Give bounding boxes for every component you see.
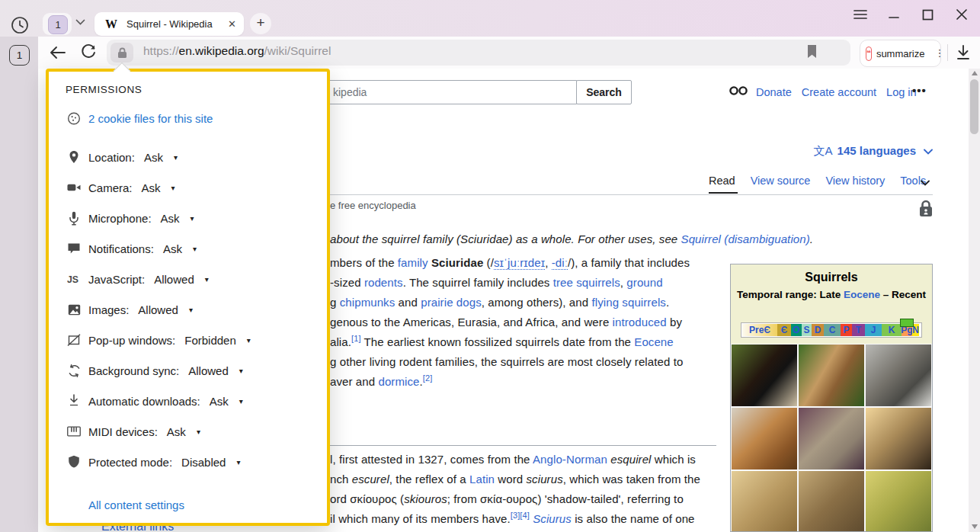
text-run: nch xyxy=(330,473,352,486)
text-run: sciurus xyxy=(527,473,563,486)
text-run: , xyxy=(545,256,552,269)
scroll-up-arrow[interactable] xyxy=(972,71,978,75)
permission-row: Camera:Ask▾ xyxy=(67,172,311,203)
page-protection-lock-icon[interactable] xyxy=(918,200,934,220)
languages-selector[interactable]: 文A145 languages xyxy=(709,144,933,159)
eocene-link[interactable]: Eocene xyxy=(844,289,880,300)
wiki-link[interactable]: Anglo-Norman xyxy=(533,453,607,466)
cookie-files-link[interactable]: 2 cookie files for this site xyxy=(88,112,213,125)
hamburger-menu-icon[interactable] xyxy=(853,9,867,20)
permission-row: Background sync:Allowed▾ xyxy=(67,355,311,386)
bookmark-flag-icon[interactable] xyxy=(806,44,818,59)
wiki-link[interactable]: [2] xyxy=(423,373,433,383)
svg-text:JS: JS xyxy=(67,274,78,284)
history-clock-icon[interactable] xyxy=(10,15,30,35)
wiki-link[interactable]: Eocene xyxy=(634,335,673,348)
permission-row: Protected mode:Disabled▾ xyxy=(67,447,311,477)
tab-group-badge[interactable]: 1 xyxy=(48,15,68,34)
view-tab-read[interactable]: Read xyxy=(709,175,735,187)
wiki-link[interactable]: Latin xyxy=(469,473,495,486)
wiki-link[interactable]: Squirrel (disambiguation) xyxy=(681,232,810,245)
wiki-search-button[interactable]: Search xyxy=(576,80,632,104)
view-tab-view-history[interactable]: View history xyxy=(825,175,885,187)
permission-label: Protected mode: xyxy=(88,456,172,469)
summarize-button[interactable]: ❝ summarize ⋮ xyxy=(860,40,941,67)
reload-icon[interactable] xyxy=(79,43,98,62)
top-link-create-account[interactable]: Create account xyxy=(802,86,876,98)
text-run: -sized xyxy=(330,276,364,289)
chevron-down-icon[interactable] xyxy=(921,180,930,186)
wiki-link[interactable]: tree squirrels xyxy=(553,276,620,289)
dropdown-caret-icon: ▾ xyxy=(236,458,240,466)
url-text[interactable]: https://en.wikipedia.org/wiki/Squirrel xyxy=(143,44,331,58)
temporal-range: Temporal range: Late Eocene – Recent xyxy=(731,289,932,300)
wiki-link[interactable]: rodents xyxy=(364,276,403,289)
download-icon[interactable] xyxy=(955,43,972,62)
scrollbar-track[interactable] xyxy=(969,69,980,532)
permission-value-dropdown[interactable]: Ask xyxy=(144,151,163,164)
dropdown-caret-icon: ▾ xyxy=(239,397,243,405)
permission-value-dropdown[interactable]: Allowed xyxy=(138,303,178,316)
back-arrow-icon[interactable] xyxy=(49,43,67,62)
all-content-settings-link[interactable]: All content settings xyxy=(88,498,184,511)
timeline-segment-Є: Є xyxy=(777,324,791,336)
wikipedia-favicon: W xyxy=(105,18,117,31)
maximize-icon[interactable] xyxy=(922,9,934,21)
permission-value-dropdown[interactable]: Disabled xyxy=(181,456,226,469)
new-tab-button[interactable]: + xyxy=(250,13,271,34)
etymology-line: l, first attested in 1327, comes from th… xyxy=(330,450,700,470)
text-run: The earliest known fossilized squirrels … xyxy=(361,335,635,348)
wiki-link[interactable]: dormice xyxy=(378,375,419,388)
auto-download-icon xyxy=(67,394,81,408)
divider xyxy=(947,44,948,61)
javascript-icon: JS xyxy=(67,272,81,286)
wiki-search-input[interactable]: kipedia xyxy=(320,80,577,104)
panel-title: PERMISSIONS xyxy=(66,84,142,95)
more-options-dots[interactable]: ••• xyxy=(912,84,927,97)
permission-value-dropdown[interactable]: Ask xyxy=(161,212,180,225)
summarize-label: summarize xyxy=(876,48,925,59)
minimize-icon[interactable] xyxy=(889,9,899,20)
view-tab-view-source[interactable]: View source xyxy=(751,175,811,187)
squirrel-infobox: Squirrels Temporal range: Late Eocene – … xyxy=(730,264,933,532)
wiki-link[interactable]: prairie dogs xyxy=(421,296,482,309)
wiki-link[interactable]: chipmunks xyxy=(340,296,396,309)
permission-value-dropdown[interactable]: Ask xyxy=(167,425,186,438)
appearance-glasses-icon[interactable] xyxy=(729,85,748,96)
wiki-link[interactable]: Sciurus xyxy=(533,512,572,525)
text-run: genous to the Americas, Eurasia, and Afr… xyxy=(330,316,613,328)
wiki-link[interactable]: [1] xyxy=(351,334,361,343)
kebab-menu-icon[interactable]: ⋮ xyxy=(934,50,944,56)
permission-value-dropdown[interactable]: Ask xyxy=(210,395,229,408)
permission-label: MIDI devices: xyxy=(88,425,158,438)
sidebar-tab-count-badge[interactable]: 1 xyxy=(9,45,30,66)
permission-row: Microphone:Ask▾ xyxy=(67,203,311,233)
temporal-prefix: Temporal range: Late xyxy=(737,289,844,300)
article-view-tabs: ReadView sourceView historyTools xyxy=(709,175,926,187)
scroll-down-arrow[interactable] xyxy=(972,524,978,529)
permission-row: MIDI devices:Ask▾ xyxy=(67,416,311,447)
wiki-link[interactable]: ground xyxy=(626,276,662,289)
wiki-link[interactable]: family xyxy=(398,256,428,269)
site-lock-icon[interactable] xyxy=(110,43,133,62)
wiki-link[interactable]: sɪˈjuːrɪdeɪ xyxy=(494,256,545,270)
window-close-icon[interactable] xyxy=(956,8,968,21)
wiki-link[interactable]: introduced xyxy=(613,316,667,328)
squirrel-photo xyxy=(732,408,797,470)
text-run: /), a family that includes xyxy=(568,256,690,269)
tab-close-icon[interactable]: ✕ xyxy=(228,18,236,30)
permission-value-dropdown[interactable]: Forbidden xyxy=(184,334,236,347)
top-link-donate[interactable]: Donate xyxy=(756,86,792,98)
permission-value-dropdown[interactable]: Ask xyxy=(142,181,161,194)
browser-tab[interactable]: W Squirrel - Wikipedia ✕ xyxy=(94,12,244,36)
permission-value-dropdown[interactable]: Allowed xyxy=(188,364,229,377)
wiki-link[interactable]: flying squirrels xyxy=(591,296,665,309)
scrollbar-thumb[interactable] xyxy=(970,79,978,134)
permission-value-dropdown[interactable]: Ask xyxy=(163,242,182,255)
chevron-down-icon[interactable] xyxy=(75,19,85,25)
url-host: en.wikipedia.org xyxy=(179,44,264,57)
wiki-link[interactable]: -diː xyxy=(552,256,568,270)
wiki-link[interactable]: [3][4] xyxy=(511,511,530,520)
permission-value-dropdown[interactable]: Allowed xyxy=(154,273,194,286)
intro-paragraph: mbers of the family Sciuridae (/sɪˈjuːrɪ… xyxy=(330,253,690,392)
